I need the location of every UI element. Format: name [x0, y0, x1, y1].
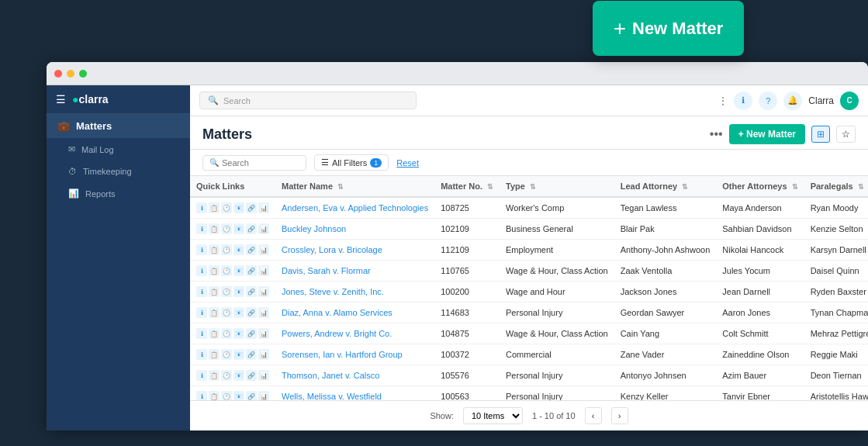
quick-link-icon-2[interactable]: 🕐	[221, 265, 232, 276]
quick-link-icon-4[interactable]: 🔗	[246, 328, 257, 339]
quick-link-icon-0[interactable]: ℹ	[196, 265, 207, 276]
quick-link-icon-3[interactable]: 📧	[233, 328, 244, 339]
quick-link-icon-5[interactable]: 📊	[258, 202, 269, 213]
matter-name-link[interactable]: Jones, Steve v. Zenith, Inc.	[282, 287, 384, 296]
quick-link-icon-0[interactable]: ℹ	[196, 391, 207, 400]
avatar[interactable]: C	[840, 92, 859, 110]
sidebar-section-matters[interactable]: 💼 Matters	[47, 114, 190, 138]
col-other-attorneys[interactable]: Other Attorneys ⇅	[716, 176, 804, 197]
next-page-button[interactable]: ›	[611, 407, 628, 424]
matter-name-link[interactable]: Sorensen, Ian v. Hartford Group	[282, 350, 403, 359]
browser-dot-red[interactable]	[54, 70, 62, 78]
quick-link-icon-5[interactable]: 📊	[258, 244, 269, 255]
matter-name-link[interactable]: Diaz, Anna v. Alamo Services	[282, 308, 393, 317]
quick-link-icon-0[interactable]: ℹ	[196, 307, 207, 318]
reset-button[interactable]: Reset	[396, 158, 419, 168]
more-options-button[interactable]: •••	[710, 127, 723, 141]
quick-link-icon-5[interactable]: 📊	[258, 349, 269, 360]
col-lead-attorney[interactable]: Lead Attorney ⇅	[614, 176, 717, 197]
quick-link-icon-1[interactable]: 📋	[209, 391, 220, 400]
quick-link-icon-0[interactable]: ℹ	[196, 370, 207, 381]
quick-link-icon-4[interactable]: 🔗	[246, 244, 257, 255]
quick-link-icon-1[interactable]: 📋	[209, 202, 220, 213]
quick-link-icon-1[interactable]: 📋	[209, 286, 220, 297]
matter-name-link[interactable]: Wells, Melissa v. Westfield	[282, 392, 382, 400]
quick-link-icon-5[interactable]: 📊	[258, 307, 269, 318]
quick-link-icon-3[interactable]: 📧	[233, 370, 244, 381]
quick-link-icon-0[interactable]: ℹ	[196, 244, 207, 255]
top-search-box[interactable]: 🔍 Search	[199, 92, 417, 109]
grid-view-button[interactable]: ⊞	[811, 126, 830, 143]
search-input[interactable]	[222, 158, 299, 168]
quick-link-icon-2[interactable]: 🕐	[221, 244, 232, 255]
quick-link-icon-3[interactable]: 📧	[233, 244, 244, 255]
quick-link-icon-1[interactable]: 📋	[209, 349, 220, 360]
col-matter-name[interactable]: Matter Name ⇅	[275, 176, 434, 197]
quick-link-icon-0[interactable]: ℹ	[196, 223, 207, 234]
quick-link-icon-2[interactable]: 🕐	[221, 202, 232, 213]
quick-link-icon-3[interactable]: 📧	[233, 391, 244, 400]
quick-link-icon-5[interactable]: 📊	[258, 370, 269, 381]
notifications-icon[interactable]: 🔔	[783, 92, 802, 110]
quick-link-icon-3[interactable]: 📧	[233, 307, 244, 318]
matter-name-link[interactable]: Crossley, Lora v. Bricolage	[282, 245, 382, 254]
show-select[interactable]: 10 Items 25 Items 50 Items	[463, 407, 523, 424]
quick-link-icon-4[interactable]: 🔗	[246, 307, 257, 318]
sidebar-item-timekeeping[interactable]: ⏱ Timekeeping	[47, 161, 190, 182]
col-type[interactable]: Type ⇅	[500, 176, 614, 197]
quick-link-icon-5[interactable]: 📊	[258, 328, 269, 339]
sidebar-item-reports[interactable]: 📊 Reports	[47, 182, 190, 205]
quick-link-icon-3[interactable]: 📧	[233, 265, 244, 276]
hamburger-icon[interactable]: ☰	[56, 93, 66, 105]
quick-link-icon-5[interactable]: 📊	[258, 265, 269, 276]
info-icon[interactable]: ℹ	[734, 92, 752, 110]
quick-link-icon-2[interactable]: 🕐	[221, 391, 232, 400]
quick-link-icon-0[interactable]: ℹ	[196, 328, 207, 339]
matter-name-link[interactable]: Davis, Sarah v. Flormar	[282, 266, 371, 275]
quick-link-icon-0[interactable]: ℹ	[196, 349, 207, 360]
quick-link-icon-2[interactable]: 🕐	[221, 328, 232, 339]
quick-link-icon-3[interactable]: 📧	[233, 286, 244, 297]
matter-name-link[interactable]: Andersen, Eva v. Applied Technologies	[282, 203, 428, 213]
matter-name-link[interactable]: Powers, Andrew v. Bright Co.	[282, 329, 392, 338]
quick-link-icon-2[interactable]: 🕐	[221, 223, 232, 234]
help-icon[interactable]: ?	[759, 92, 777, 110]
filter-button[interactable]: ☰ All Filters 1	[314, 154, 389, 171]
search-input-container[interactable]: 🔍	[202, 155, 306, 171]
quick-link-icon-4[interactable]: 🔗	[246, 349, 257, 360]
quick-link-icon-1[interactable]: 📋	[209, 370, 220, 381]
browser-dot-yellow[interactable]	[67, 70, 74, 78]
quick-link-icon-4[interactable]: 🔗	[246, 370, 257, 381]
col-matter-no[interactable]: Matter No. ⇅	[434, 176, 500, 197]
quick-link-icon-5[interactable]: 📊	[258, 286, 269, 297]
new-matter-button[interactable]: + New Matter	[729, 124, 805, 144]
quick-link-icon-0[interactable]: ℹ	[196, 202, 207, 213]
quick-link-icon-2[interactable]: 🕐	[221, 286, 232, 297]
col-paralegals[interactable]: Paralegals ⇅	[804, 176, 868, 197]
quick-link-icon-2[interactable]: 🕐	[221, 307, 232, 318]
quick-link-icon-1[interactable]: 📋	[209, 328, 220, 339]
sidebar-item-maillog[interactable]: ✉ Mail Log	[47, 138, 190, 161]
quick-link-icon-2[interactable]: 🕐	[221, 370, 232, 381]
quick-link-icon-1[interactable]: 📋	[209, 223, 220, 234]
quick-link-icon-0[interactable]: ℹ	[196, 286, 207, 297]
quick-link-icon-5[interactable]: 📊	[258, 223, 269, 234]
matter-name-link[interactable]: Thomson, Janet v. Calsco	[282, 371, 379, 380]
quick-link-icon-4[interactable]: 🔗	[246, 286, 257, 297]
new-matter-overlay-button[interactable]: + New Matter	[593, 1, 744, 56]
quick-link-icon-4[interactable]: 🔗	[246, 202, 257, 213]
quick-link-icon-1[interactable]: 📋	[209, 307, 220, 318]
dots-menu-icon[interactable]: ⋮	[718, 95, 728, 106]
browser-dot-green[interactable]	[79, 70, 87, 78]
matter-name-link[interactable]: Buckley Johnson	[282, 224, 346, 233]
quick-link-icon-4[interactable]: 🔗	[246, 223, 257, 234]
quick-link-icon-4[interactable]: 🔗	[246, 265, 257, 276]
quick-link-icon-3[interactable]: 📧	[233, 202, 244, 213]
quick-link-icon-2[interactable]: 🕐	[221, 349, 232, 360]
quick-link-icon-3[interactable]: 📧	[233, 223, 244, 234]
quick-link-icon-5[interactable]: 📊	[258, 391, 269, 400]
quick-link-icon-3[interactable]: 📧	[233, 349, 244, 360]
prev-page-button[interactable]: ‹	[585, 407, 602, 424]
quick-link-icon-1[interactable]: 📋	[209, 265, 220, 276]
quick-link-icon-4[interactable]: 🔗	[246, 391, 257, 400]
